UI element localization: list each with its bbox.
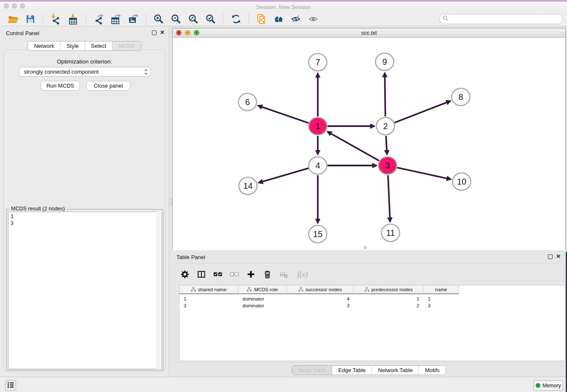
export-image-icon[interactable] [127, 13, 139, 25]
table-cell[interactable]: 1 [179, 296, 238, 301]
hide-panels-icon[interactable] [290, 13, 302, 25]
graph-node-1[interactable]: 1 [309, 118, 327, 135]
graph-node-4[interactable]: 4 [309, 157, 327, 174]
edge-3-1[interactable] [328, 132, 379, 161]
save-session-icon[interactable] [25, 13, 36, 25]
export-table-icon[interactable] [110, 13, 121, 25]
function-icon[interactable]: f(x) [295, 269, 310, 279]
import-network-icon[interactable] [50, 13, 61, 25]
table-cell[interactable]: 4 [287, 296, 354, 301]
graph-node-14[interactable]: 14 [239, 177, 257, 195]
open-file-icon[interactable] [7, 13, 19, 25]
titlebar[interactable]: Session: New Session [0, 2, 567, 12]
tab-network[interactable]: Network [28, 41, 60, 50]
criterion-select[interactable]: strongly connected component [19, 67, 151, 77]
memory-button[interactable]: Memory [534, 380, 563, 391]
zoom-out-icon[interactable] [170, 13, 182, 25]
edge-2-3[interactable] [386, 136, 387, 155]
graph-node-8[interactable]: 8 [452, 88, 470, 106]
network-zoom-button[interactable]: + [194, 30, 199, 36]
table-cell[interactable]: 1 [424, 296, 459, 301]
zoom-in-icon[interactable] [153, 13, 164, 25]
split-columns-icon[interactable] [196, 269, 206, 279]
delete-column-icon[interactable] [262, 269, 272, 279]
column-header-MCDS-role[interactable]: MCDS role [238, 285, 287, 294]
list-icon [7, 381, 14, 390]
panel-divider-handle[interactable] [169, 199, 172, 205]
table-cell[interactable]: 3 [287, 303, 354, 308]
edge-1-6[interactable] [258, 105, 309, 123]
float-panel-icon[interactable] [152, 30, 157, 35]
graph-node-10[interactable]: 10 [453, 173, 471, 190]
search-input[interactable] [451, 16, 562, 22]
column-header-successor-nodes[interactable]: successor nodes [287, 285, 354, 294]
node-table[interactable]: shared nameMCDS rolesuccessor nodesprede… [179, 285, 565, 361]
minimize-window-button[interactable] [12, 3, 17, 8]
search-box[interactable] [439, 14, 563, 24]
table-cell[interactable]: 3 [424, 303, 459, 308]
table-cell[interactable]: dominator [238, 303, 287, 308]
import-table-icon[interactable] [67, 13, 79, 25]
network-graph-canvas[interactable]: 1234678910111415 [173, 38, 565, 250]
tab-mcds[interactable]: MCDS [112, 41, 140, 50]
control-panel-tabs: NetworkStyleSelectMCDS [0, 41, 169, 51]
result-scrollbar[interactable] [156, 212, 162, 369]
hierarchy-icon [364, 287, 369, 292]
zoom-fit-icon[interactable] [187, 13, 199, 25]
control-panel-header: Control Panel ✕ [0, 26, 169, 39]
copy-network-icon[interactable] [256, 13, 267, 25]
tab-style[interactable]: Style [60, 41, 85, 50]
deselect-all-icon[interactable] [229, 269, 239, 279]
table-row[interactable]: 3dominator323 [179, 302, 565, 309]
tab-motifs[interactable]: Motifs [418, 366, 446, 375]
gear-icon[interactable] [180, 269, 190, 279]
edge-3-11[interactable] [388, 175, 390, 222]
select-all-icon[interactable] [213, 269, 223, 279]
table-cell[interactable]: 3 [179, 303, 238, 308]
close-window-button[interactable] [4, 3, 9, 8]
graph-node-15[interactable]: 15 [309, 226, 327, 243]
column-header-predecessor-nodes[interactable]: predecessor nodes [354, 285, 424, 294]
home-icon[interactable] [273, 13, 284, 25]
task-history-button[interactable] [5, 380, 16, 391]
delete-table-icon[interactable] [279, 269, 289, 279]
column-header-name[interactable]: name [424, 285, 459, 294]
network-close-button[interactable]: ✕ [176, 30, 182, 36]
refresh-icon[interactable] [230, 13, 242, 25]
graph-node-2[interactable]: 2 [377, 118, 395, 135]
tab-edge-table[interactable]: Edge Table [332, 366, 372, 375]
network-minimize-button[interactable]: − [185, 30, 190, 36]
zoom-selected-icon[interactable] [205, 13, 216, 25]
close-panel-button[interactable]: Close panel [86, 81, 130, 91]
table-cell[interactable]: 2 [354, 303, 424, 308]
tab-select[interactable]: Select [85, 41, 112, 50]
canvas-resize-handle[interactable] [364, 246, 367, 249]
edge-4-14[interactable] [259, 168, 308, 182]
edge-2-9[interactable] [385, 73, 385, 116]
graph-node-3[interactable]: 3 [379, 157, 397, 174]
table-cell[interactable]: dominator [238, 296, 287, 301]
close-panel-icon[interactable]: ✕ [160, 29, 165, 36]
graph-node-7[interactable]: 7 [309, 54, 327, 71]
column-header-shared-name[interactable]: shared name [179, 285, 238, 294]
add-column-icon[interactable] [246, 269, 256, 279]
table-cell[interactable]: 1 [354, 296, 424, 301]
graph-node-9[interactable]: 9 [376, 53, 394, 71]
float-table-panel-icon[interactable] [548, 254, 553, 259]
export-network-icon[interactable] [93, 13, 104, 25]
graph-node-6[interactable]: 6 [239, 94, 257, 111]
network-window-titlebar[interactable]: ✕ − + scc.txt [173, 28, 565, 38]
node-label: 6 [245, 97, 250, 107]
table-row[interactable]: 1dominator411 [179, 295, 565, 302]
show-panels-icon[interactable] [308, 13, 319, 25]
close-table-panel-icon[interactable]: ✕ [556, 253, 561, 259]
tab-network-table[interactable]: Network Table [372, 366, 418, 375]
zoom-window-button[interactable] [20, 3, 25, 8]
graph-node-11[interactable]: 11 [382, 224, 400, 242]
mcds-result-text[interactable]: 1 3 [8, 212, 162, 369]
toolbar-separator [85, 14, 86, 25]
edge-2-8[interactable] [394, 101, 450, 122]
tab-node-table[interactable]: Node Table [292, 366, 332, 375]
edge-3-10[interactable] [397, 168, 451, 179]
run-mcds-button[interactable]: Run MCDS [41, 81, 80, 91]
